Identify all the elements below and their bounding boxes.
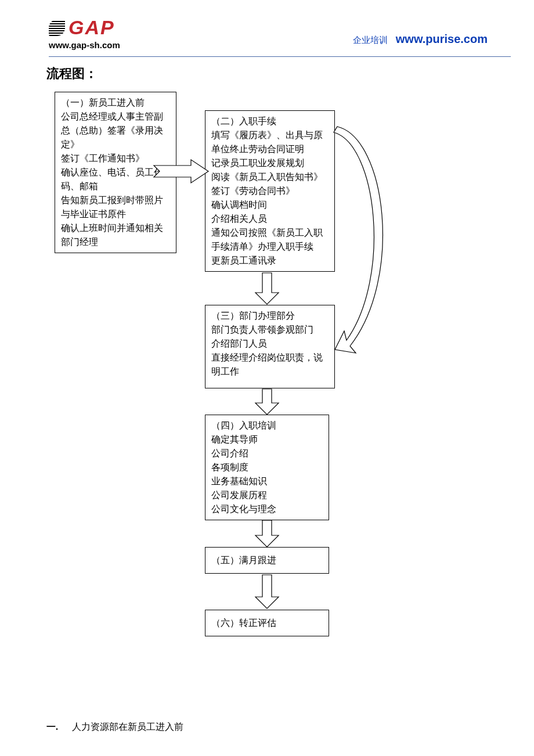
flow-box-2: （二）入职手续 填写《履历表》、出具与原单位终止劳动合同证明 记录员工职业发展规… xyxy=(205,110,335,272)
box4-line: 确定其导师 xyxy=(211,433,323,447)
box3-line: 部门负责人带领参观部门 xyxy=(211,323,329,337)
box2-line: 更新员工通讯录 xyxy=(211,254,329,268)
svg-marker-0 xyxy=(154,160,208,183)
svg-marker-3 xyxy=(255,520,279,547)
box4-line: 公司介绍 xyxy=(211,447,323,460)
page-header: GAP www.gap-sh.com 企业培训 www.purise.com xyxy=(49,16,511,57)
box3-line: 介绍部门人员 xyxy=(211,337,329,351)
section-text: 人力资源部在新员工进入前 xyxy=(72,721,183,733)
header-category: 企业培训 xyxy=(353,35,388,46)
arrow-down-icon xyxy=(255,273,279,305)
flow-box-4: （四）入职培训 确定其导师 公司介绍 各项制度 业务基础知识 公司发展历程 公司… xyxy=(205,415,329,520)
header-right: 企业培训 www.purise.com xyxy=(353,33,488,46)
box4-line: 各项制度 xyxy=(211,460,323,474)
box2-line: 填写《履历表》、出具与原单位终止劳动合同证明 xyxy=(211,128,329,156)
flow-box-5: （五）满月跟进 xyxy=(205,547,329,574)
box1-line: 告知新员工报到时带照片与毕业证书原件 xyxy=(61,193,170,221)
flow-box-6: （六）转正评估 xyxy=(205,610,329,636)
section-number: 一. xyxy=(46,721,58,733)
box2-line: 阅读《新员工入职告知书》 xyxy=(211,170,329,184)
box4-line: 公司发展历程 xyxy=(211,488,323,502)
svg-marker-2 xyxy=(255,389,279,415)
logo-icon xyxy=(49,20,65,36)
arrow-down-icon xyxy=(255,575,279,609)
svg-marker-1 xyxy=(255,273,279,304)
arrow-down-icon xyxy=(255,520,279,547)
arrow-right-icon xyxy=(154,160,209,183)
box4-title: （四）入职培训 xyxy=(211,419,323,433)
box2-title: （二）入职手续 xyxy=(211,114,329,128)
header-link[interactable]: www.purise.com xyxy=(396,33,488,46)
box5-title: （五）满月跟进 xyxy=(211,553,276,567)
box1-title: （一）新员工进入前 xyxy=(61,96,170,110)
box3-title: （三）部门办理部分 xyxy=(211,309,329,323)
box1-line: 确认上班时间并通知相关部门经理 xyxy=(61,221,170,249)
box1-line: 公司总经理或人事主管副总（总助）签署《录用决定》 xyxy=(61,110,170,152)
box3-line: 直接经理介绍岗位职责，说明工作 xyxy=(211,351,329,379)
arrow-down-icon xyxy=(255,389,279,415)
page-title: 流程图： xyxy=(46,65,98,82)
box2-line: 介绍相关人员 xyxy=(211,212,329,226)
svg-marker-4 xyxy=(255,575,279,609)
logo-text: GAP xyxy=(68,16,115,39)
gap-logo: GAP xyxy=(49,16,120,39)
curved-arrow-icon xyxy=(334,127,398,356)
box2-line: 通知公司按照《新员工入职手续清单》办理入职手续 xyxy=(211,226,329,254)
section-heading: 一. 人力资源部在新员工进入前 xyxy=(46,721,183,733)
logo-url: www.gap-sh.com xyxy=(49,40,120,50)
box6-title: （六）转正评估 xyxy=(211,616,276,630)
box4-line: 公司文化与理念 xyxy=(211,502,323,516)
box2-line: 记录员工职业发展规划 xyxy=(211,156,329,170)
flow-box-3: （三）部门办理部分 部门负责人带领参观部门 介绍部门人员 直接经理介绍岗位职责，… xyxy=(205,305,335,388)
box4-line: 业务基础知识 xyxy=(211,474,323,488)
box2-line: 确认调档时间 xyxy=(211,198,329,212)
box2-line: 签订《劳动合同书》 xyxy=(211,184,329,198)
logo-block: GAP www.gap-sh.com xyxy=(49,16,120,50)
